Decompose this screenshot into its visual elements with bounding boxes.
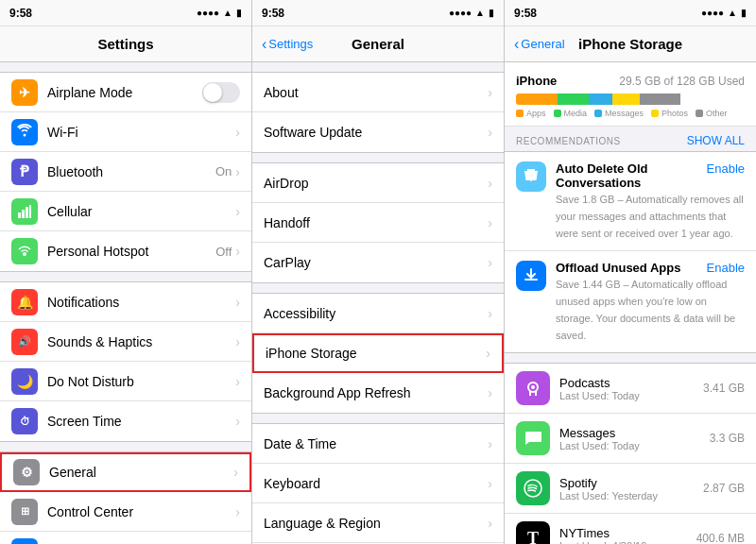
storage-back-chevron-icon: ‹ (514, 36, 519, 53)
handoff-chevron: › (488, 215, 492, 230)
settings-item-hotspot[interactable]: Personal Hotspot Off › (0, 231, 251, 271)
settings-section-connectivity: ✈ Airplane Mode Wi-Fi › Ᵽ Bluetooth On › (0, 72, 251, 272)
rec-autodelete-content: Auto Delete Old Conversations Enable Sav… (556, 162, 745, 241)
general-item-bgapp[interactable]: Background App Refresh › (252, 373, 504, 413)
language-label: Language & Region (264, 516, 488, 531)
iphonestorage-chevron: › (486, 346, 490, 361)
controlcenter-chevron: › (235, 504, 240, 519)
cellular-chevron: › (235, 204, 240, 219)
controlcenter-icon: ⊞ (11, 499, 38, 525)
storage-scroll[interactable]: iPhone 29.5 GB of 128 GB Used AppsMediaM… (505, 62, 756, 544)
settings-section-general: ⚙ General › ⊞ Control Center › ☀ Display… (0, 451, 251, 544)
svg-point-8 (531, 385, 535, 389)
wifi-chevron: › (235, 125, 240, 140)
about-label: About (264, 85, 488, 100)
settings-section-notifications: 🔔 Notifications › 🔊 Sounds & Haptics › 🌙… (0, 281, 251, 442)
rec-offload-action[interactable]: Enable (707, 261, 745, 275)
handoff-label: Handoff (264, 215, 488, 230)
settings-item-controlcenter[interactable]: ⊞ Control Center › (0, 492, 251, 532)
airplane-toggle[interactable] (202, 82, 240, 103)
settings-item-notifications[interactable]: 🔔 Notifications › (0, 282, 251, 322)
legend-item-photos: Photos (651, 109, 688, 118)
general-item-about[interactable]: About › (252, 73, 504, 112)
general-item-datetime[interactable]: Date & Time › (252, 424, 504, 464)
hotspot-chevron: › (235, 244, 240, 259)
accessibility-label: Accessibility (264, 306, 488, 321)
rec-item-offload[interactable]: Offload Unused Apps Enable Save 1.44 GB … (505, 251, 756, 352)
software-label: Software Update (264, 125, 488, 140)
settings-item-donotdisturb[interactable]: 🌙 Do Not Disturb › (0, 362, 251, 401)
general-item-keyboard[interactable]: Keyboard › (252, 464, 504, 503)
bgapp-chevron: › (488, 385, 492, 400)
app-item-spotify[interactable]: Spotify Last Used: Yesterday 2.87 GB (505, 464, 756, 514)
legend-dot-icon (516, 110, 524, 117)
device-name-row: iPhone 29.5 GB of 128 GB Used (516, 74, 745, 88)
bluetooth-chevron: › (235, 164, 240, 179)
general-item-airdrop[interactable]: AirDrop › (252, 163, 504, 203)
general-item-language[interactable]: Language & Region › (252, 503, 504, 543)
general-back-button[interactable]: ‹ Settings (262, 36, 313, 53)
screentime-label: Screen Time (47, 414, 235, 429)
settings-title: Settings (97, 36, 153, 52)
rec-offload-content: Offload Unused Apps Enable Save 1.44 GB … (556, 261, 745, 343)
bgapp-label: Background App Refresh (264, 385, 488, 400)
legend-dot-icon (594, 110, 602, 117)
general-item-carplay[interactable]: CarPlay › (252, 243, 504, 282)
app-item-nytimes[interactable]: T NYTimes Last Used: 4/30/19 400.6 MB (505, 514, 756, 544)
general-item-software[interactable]: Software Update › (252, 112, 504, 152)
settings-scroll[interactable]: ✈ Airplane Mode Wi-Fi › Ᵽ Bluetooth On › (0, 62, 251, 544)
general-item-handoff[interactable]: Handoff › (252, 203, 504, 243)
hotspot-value: Off (215, 245, 232, 259)
messages-icon (516, 421, 550, 455)
settings-item-airplane[interactable]: ✈ Airplane Mode (0, 73, 251, 112)
messages-name: Messages (559, 426, 710, 440)
storage-bar-segment-photos (612, 94, 640, 105)
legend-label: Media (564, 109, 588, 118)
storage-bar (516, 94, 745, 105)
podcasts-icon (516, 371, 550, 405)
general-label: General (49, 465, 233, 480)
datetime-label: Date & Time (264, 436, 488, 451)
app-item-podcasts[interactable]: Podcasts Last Used: Today 3.41 GB (505, 364, 756, 414)
notifications-label: Notifications (47, 295, 235, 310)
carplay-chevron: › (488, 255, 492, 270)
time-2: 9:58 (262, 7, 284, 20)
general-chevron: › (233, 465, 238, 480)
status-bar-3: 9:58 ●●●● ▲ ▮ (505, 0, 756, 26)
hotspot-label: Personal Hotspot (47, 244, 215, 259)
back-chevron-icon: ‹ (262, 36, 266, 53)
legend-dot-icon (554, 110, 561, 117)
settings-item-bluetooth[interactable]: Ᵽ Bluetooth On › (0, 152, 251, 192)
iphonestorage-label: iPhone Storage (266, 346, 486, 361)
storage-back-label: General (521, 37, 564, 51)
messages-info: Messages Last Used: Today (559, 426, 710, 451)
controlcenter-label: Control Center (47, 504, 235, 519)
cellular-label: Cellular (47, 204, 235, 219)
general-icon: ⚙ (13, 459, 40, 485)
storage-bar-segment-messages (589, 94, 611, 105)
svg-rect-2 (26, 207, 28, 218)
app-item-messages[interactable]: Messages Last Used: Today 3.3 GB (505, 414, 756, 464)
rec-autodelete-action[interactable]: Enable (707, 162, 745, 176)
podcasts-last: Last Used: Today (559, 390, 703, 401)
airdrop-chevron: › (488, 176, 492, 191)
settings-item-wifi[interactable]: Wi-Fi › (0, 112, 251, 152)
settings-item-sounds[interactable]: 🔊 Sounds & Haptics › (0, 322, 251, 362)
settings-item-display[interactable]: ☀ Display & Brightness › (0, 532, 251, 544)
svg-rect-1 (22, 210, 25, 218)
general-scroll[interactable]: About › Software Update › AirDrop › Hand… (252, 62, 504, 544)
carplay-label: CarPlay (264, 255, 488, 270)
settings-item-cellular[interactable]: Cellular › (0, 192, 251, 231)
status-icons-2: ●●●● ▲ ▮ (449, 8, 494, 18)
storage-back-button[interactable]: ‹ General (514, 36, 565, 53)
general-item-iphonestorage[interactable]: iPhone Storage › (252, 333, 504, 373)
settings-item-screentime[interactable]: ⏱ Screen Time › (0, 401, 251, 441)
datetime-chevron: › (488, 436, 492, 451)
settings-item-general[interactable]: ⚙ General › (0, 452, 251, 492)
general-section-2: AirDrop › Handoff › CarPlay › (252, 162, 504, 283)
show-all-button[interactable]: SHOW ALL (687, 134, 745, 147)
svg-point-5 (530, 179, 532, 181)
general-item-accessibility[interactable]: Accessibility › (252, 294, 504, 333)
rec-item-autodelete[interactable]: Auto Delete Old Conversations Enable Sav… (505, 152, 756, 251)
nytimes-last: Last Used: 4/30/19 (559, 540, 696, 545)
